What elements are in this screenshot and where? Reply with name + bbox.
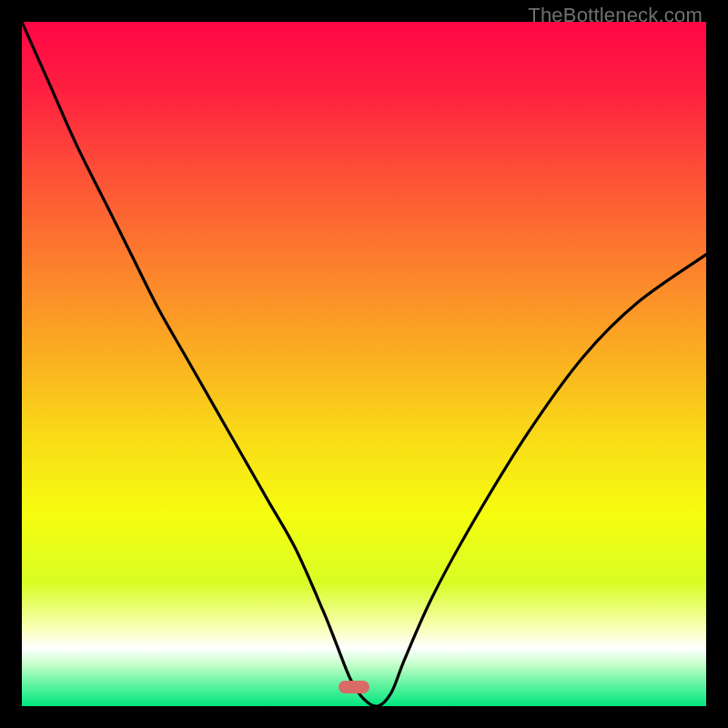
minimum-marker [339, 681, 369, 693]
chart-frame: TheBottleneck.com [0, 0, 728, 728]
bottleneck-curve [22, 22, 706, 706]
plot-area [22, 22, 706, 706]
watermark-text: TheBottleneck.com [528, 4, 703, 27]
